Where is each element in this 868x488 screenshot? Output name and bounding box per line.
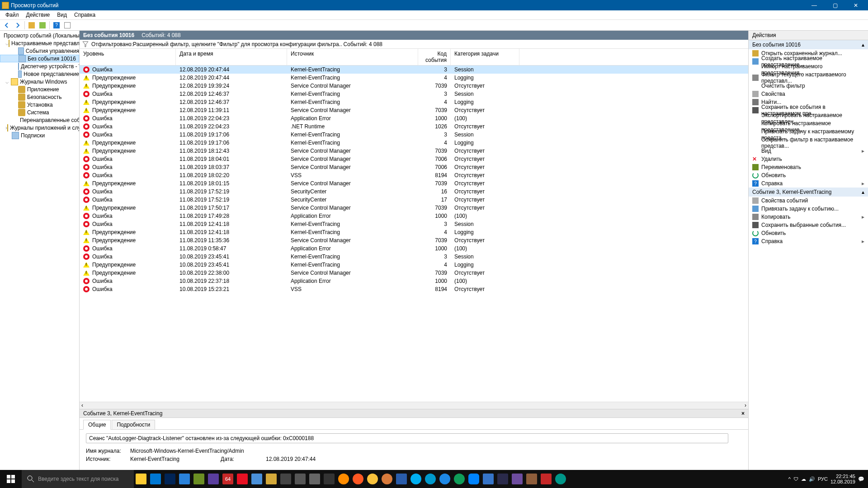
event-row[interactable]: Предупреждение10.08.2019 23:45:41Kernel-… (80, 261, 748, 269)
chevron-up-icon[interactable]: ▴ (862, 42, 864, 48)
column-source[interactable]: Источник (287, 49, 418, 65)
menu-action[interactable]: Действие (23, 11, 54, 19)
event-row[interactable]: Предупреждение11.08.2019 18:01:15Service… (80, 179, 748, 188)
actions-group2-header[interactable]: Событие 3, Kernel-EventTracing ▴ (749, 188, 868, 197)
event-row[interactable]: Ошибка10.08.2019 23:45:41Kernel-EventTra… (80, 253, 748, 261)
action-item[interactable]: Копировать▸ (749, 213, 868, 221)
tree-item-forwarded[interactable]: Перенаправленные соб (0, 116, 79, 124)
action-item[interactable]: ?Справка▸ (749, 237, 868, 245)
action-item[interactable]: Сохранить выбранные события... (749, 221, 868, 229)
preview-button[interactable] (62, 20, 72, 30)
tree-item-application[interactable]: Приложение (0, 85, 79, 93)
collapse-icon[interactable]: ⌵ (5, 40, 9, 47)
tree-item-setup[interactable]: Установка (0, 101, 79, 108)
tray-icon[interactable]: 🔊 (809, 476, 815, 482)
task-icon[interactable] (324, 474, 335, 484)
task-icon[interactable] (165, 474, 175, 484)
event-row[interactable]: Ошибка10.08.2019 22:37:18Application Err… (80, 277, 748, 285)
task-icon[interactable] (338, 474, 349, 484)
taskbar[interactable]: Введите здесь текст для поиска 64 ^ (0, 470, 868, 488)
action-item[interactable]: Сохранить фильтр в настраиваемое предста… (749, 139, 868, 147)
tree-root[interactable]: Просмотр событий (Локальный (0, 32, 79, 39)
task-icon[interactable] (454, 474, 465, 484)
tab-general[interactable]: Общие (83, 420, 111, 430)
menu-help[interactable]: Справка (71, 11, 99, 19)
column-date[interactable]: Дата и время (176, 49, 287, 65)
action-item[interactable]: Фильтр текущего настраиваемого представл… (749, 74, 868, 82)
tree-item-no-10016[interactable]: Без события 10016 (0, 55, 79, 62)
tray-lang[interactable]: РУС (818, 476, 828, 482)
tree-item-device-mgr[interactable]: Диспетчер устройств - V (0, 62, 79, 70)
task-icon[interactable] (295, 474, 306, 484)
column-category[interactable]: Категория задачи (451, 49, 519, 65)
event-row[interactable]: Ошибка11.08.2019 22:04:23Application Err… (80, 114, 748, 122)
menu-file[interactable]: Файл (2, 11, 23, 19)
actions-group1-header[interactable]: Без события 10016 ▴ (749, 40, 868, 49)
event-row[interactable]: Ошибка11.08.2019 19:17:06Kernel-EventTra… (80, 131, 748, 139)
event-row[interactable]: Предупреждение12.08.2019 19:39:24Service… (80, 82, 748, 90)
event-row[interactable]: Предупреждение11.08.2019 12:41:18Kernel-… (80, 228, 748, 236)
menu-view[interactable]: Вид (53, 11, 71, 19)
task-icon[interactable] (512, 474, 523, 484)
tree-pane[interactable]: Просмотр событий (Локальный ⌵Настраиваем… (0, 31, 80, 470)
task-icon[interactable] (468, 474, 479, 484)
detail-close-button[interactable]: × (741, 410, 745, 417)
start-button[interactable] (0, 470, 22, 488)
task-icon[interactable] (382, 474, 392, 484)
tree-windows-logs[interactable]: ⌵Журналы Windows (0, 78, 79, 85)
event-row[interactable]: Предупреждение11.08.2019 19:17:06Kernel-… (80, 139, 748, 147)
event-row[interactable]: Предупреждение11.08.2019 18:12:43Service… (80, 147, 748, 155)
event-row[interactable]: Предупреждение11.08.2019 11:35:36Service… (80, 236, 748, 244)
task-icon[interactable] (439, 474, 450, 484)
event-row[interactable]: Предупреждение12.08.2019 20:47:44Kernel-… (80, 74, 748, 82)
action-item[interactable]: ✕Удалить (749, 155, 868, 163)
chevron-up-icon[interactable]: ▴ (862, 189, 864, 195)
collapse-icon[interactable]: ⌵ (5, 79, 11, 85)
tray-icon[interactable]: 🛡 (793, 476, 798, 482)
export-button[interactable] (38, 20, 47, 30)
tray-chevron-icon[interactable]: ^ (788, 476, 791, 482)
task-icon[interactable] (208, 474, 219, 484)
task-icon[interactable] (526, 474, 537, 484)
tray-clock[interactable]: 22:21:45 12.08.2019 (830, 474, 855, 484)
task-icon[interactable] (193, 474, 204, 484)
event-row[interactable]: Ошибка11.08.2019 17:52:19SecurityCenter1… (80, 188, 748, 196)
event-row[interactable]: Ошибка11.08.2019 18:03:37Service Control… (80, 163, 748, 171)
close-button[interactable]: ✕ (845, 0, 866, 10)
show-hide-tree-button[interactable] (27, 20, 37, 30)
event-row[interactable]: Ошибка11.08.2019 18:02:20VSS8194Отсутств… (80, 171, 748, 179)
task-icon[interactable] (425, 474, 436, 484)
event-row[interactable]: Предупреждение11.08.2019 17:50:17Service… (80, 204, 748, 212)
maximize-button[interactable]: ▢ (825, 0, 845, 10)
action-item[interactable]: Обновить (749, 171, 868, 179)
event-row[interactable]: Предупреждение12.08.2019 11:39:11Service… (80, 106, 748, 114)
forward-button[interactable] (13, 20, 23, 30)
event-row[interactable]: Предупреждение12.08.2019 12:46:37Kernel-… (80, 98, 748, 106)
search-box[interactable]: Введите здесь текст для поиска (22, 470, 134, 488)
filter-bar[interactable]: Отфильтровано:Расширенный фильтр, щелкни… (80, 40, 748, 49)
task-icon[interactable] (541, 474, 552, 484)
task-icon[interactable] (266, 474, 277, 484)
event-row[interactable]: Ошибка11.08.2019 18:04:01Service Control… (80, 155, 748, 163)
event-row[interactable]: Ошибка11.08.2019 12:41:18Kernel-EventTra… (80, 220, 748, 228)
column-code[interactable]: Код события (418, 49, 451, 65)
notifications-icon[interactable]: 💬 (858, 476, 864, 482)
action-item[interactable]: Свойства событий (749, 197, 868, 205)
task-icon[interactable] (136, 474, 146, 484)
tree-subscriptions[interactable]: Подписки (0, 131, 79, 139)
event-row[interactable]: Ошибка12.08.2019 12:46:37Kernel-EventTra… (80, 90, 748, 98)
action-item[interactable]: Свойства (749, 90, 868, 98)
event-grid[interactable]: Уровень Дата и время Источник Код событи… (80, 49, 748, 402)
event-row[interactable]: Ошибка12.08.2019 20:47:44Kernel-EventTra… (80, 66, 748, 74)
system-tray[interactable]: ^ 🛡 ☁ 🔊 РУС 22:21:45 12.08.2019 💬 (788, 474, 868, 484)
task-icon[interactable] (396, 474, 407, 484)
tree-item-security[interactable]: Безопасность (0, 93, 79, 101)
task-icon[interactable] (410, 474, 421, 484)
tree-custom-views[interactable]: ⌵Настраиваемые представле (0, 39, 79, 47)
task-icon[interactable] (353, 474, 363, 484)
action-item[interactable]: ?Справка▸ (749, 179, 868, 188)
action-item[interactable]: Привязать задачу к событию... (749, 205, 868, 213)
minimize-button[interactable]: — (804, 0, 825, 10)
task-icon[interactable] (497, 474, 508, 484)
tray-icon[interactable]: ☁ (801, 476, 806, 482)
